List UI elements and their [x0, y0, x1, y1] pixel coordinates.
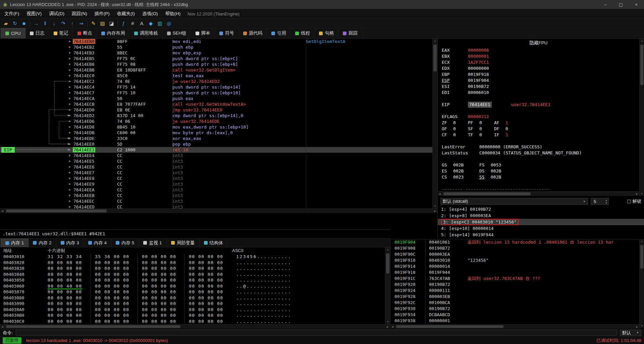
- graph-icon[interactable]: ◆: [146, 19, 155, 28]
- scroll-track[interactable]: [433, 43, 437, 204]
- arg-count-stepper[interactable]: 5 ▲▼: [591, 198, 609, 205]
- menu-item[interactable]: 帮助(H): [162, 9, 184, 18]
- register-row[interactable]: CS0023SS002B: [438, 174, 639, 180]
- font-icon[interactable]: A: [137, 19, 146, 28]
- dump-row[interactable]: 004030C000 00 00 0000 00 00 0000 00 00 0…: [0, 318, 385, 325]
- dump-row[interactable]: 0040306000 00 40 0000 00 00 0000 00 00 0…: [0, 283, 385, 289]
- tab-调用堆栈[interactable]: 调用堆栈: [130, 28, 163, 38]
- step-out-icon[interactable]: ↑: [68, 19, 77, 28]
- scroll-right-icon[interactable]: ▶: [635, 192, 639, 196]
- scroll-down-icon[interactable]: ▼: [434, 204, 436, 208]
- dump-row[interactable]: 0040307000 00 00 0000 00 00 0000 00 00 0…: [0, 289, 385, 295]
- run-icon[interactable]: →: [32, 19, 41, 28]
- step-over-icon[interactable]: ↷: [59, 19, 68, 28]
- register-row[interactable]: EBP0019F918: [438, 71, 639, 78]
- scroll-down-icon[interactable]: ▼: [641, 191, 643, 196]
- tab-内存 5[interactable]: 内存 5: [111, 239, 139, 247]
- register-row[interactable]: EIP76414EE1user32.76414EE1: [438, 102, 639, 108]
- dump-horizontal-scrollbar[interactable]: ◀ ▶: [0, 324, 390, 329]
- scroll-track[interactable]: [395, 325, 635, 329]
- tab-CPU[interactable]: CPU: [1, 28, 25, 38]
- tab-线程[interactable]: 线程: [291, 28, 315, 38]
- dump-row[interactable]: 0040309000 00 00 0000 00 00 0000 00 00 0…: [0, 301, 385, 307]
- disasm-vertical-scrollbar[interactable]: ▲ ▼: [432, 39, 437, 208]
- dump-row[interactable]: 0040301031 32 33 3435 36 00 0000 00 00 0…: [0, 254, 385, 260]
- register-row[interactable]: LastStatusC0000034 (STATUS_OBJECT_NAME_N…: [438, 150, 639, 156]
- stop-icon[interactable]: ■: [19, 19, 29, 28]
- command-input[interactable]: [16, 330, 617, 336]
- menu-item[interactable]: 跟踪(N): [68, 9, 91, 18]
- scroll-left-icon[interactable]: ◀: [390, 325, 395, 329]
- calling-convention-select[interactable]: 默认 (stdcall) ▼: [440, 198, 588, 205]
- tab-结构体[interactable]: 结构体: [200, 239, 228, 247]
- menu-item[interactable]: 调试(D): [45, 9, 68, 18]
- scroll-up-icon[interactable]: ▲: [434, 39, 436, 43]
- tab-日志[interactable]: 日志: [25, 28, 49, 38]
- tab-脚本[interactable]: 脚本: [191, 28, 215, 38]
- restart-icon[interactable]: ↻: [10, 19, 19, 28]
- stack-row[interactable]: 0019F91C763C47AB返回到 user32.763C47AB 自 ??…: [390, 276, 639, 282]
- hide-fpu-button[interactable]: 隐藏FPU: [438, 39, 639, 47]
- tab-句柄[interactable]: 句柄: [315, 28, 338, 38]
- dump-vertical-scrollbar[interactable]: ▲ ▼: [385, 247, 390, 324]
- stack-horizontal-scrollbar[interactable]: ◀ ▶: [390, 324, 639, 329]
- dump-row[interactable]: 0040304000 00 00 0000 00 00 0000 00 00 0…: [0, 272, 385, 278]
- scroll-up-icon[interactable]: ▲: [641, 239, 643, 244]
- fx-icon[interactable]: ƒ: [119, 19, 128, 28]
- command-type-select[interactable]: 默认 ▼: [620, 330, 641, 336]
- stepper-arrows-icon[interactable]: ▲▼: [605, 199, 607, 204]
- register-row[interactable]: GS002BFS0053: [438, 162, 639, 168]
- tab-内存布局[interactable]: 内存布局: [97, 28, 130, 38]
- stack-row[interactable]: 0019F92400000111: [390, 288, 639, 294]
- arg-row[interactable]: 2: [esp+8] 000003EA: [438, 212, 644, 219]
- pencil-icon[interactable]: ✎: [89, 19, 98, 28]
- register-row[interactable]: CF0TF0IF1: [438, 132, 639, 138]
- menu-item[interactable]: 文件(F): [1, 9, 23, 18]
- register-row[interactable]: [438, 180, 639, 186]
- menu-item[interactable]: 收藏夹(I): [113, 9, 139, 18]
- arg-row[interactable]: 5: [esp+14] 0019F944: [438, 232, 644, 238]
- arg-row[interactable]: 3: [esp+C] 00403010 "123456": [438, 219, 644, 225]
- scroll-track[interactable]: [640, 244, 644, 324]
- tab-笔记[interactable]: 笔记: [49, 28, 73, 38]
- register-row[interactable]: [438, 156, 639, 162]
- register-row[interactable]: EDI80006010: [438, 90, 639, 96]
- scroll-track[interactable]: [640, 43, 644, 191]
- eraser-icon[interactable]: ◪: [107, 19, 116, 28]
- scroll-track[interactable]: [5, 325, 385, 329]
- scroll-track[interactable]: [385, 252, 390, 320]
- stack-row[interactable]: 0019F91000403010"123456": [390, 257, 639, 263]
- scroll-track[interactable]: [442, 192, 635, 196]
- scroll-thumb[interactable]: [386, 253, 389, 274]
- stack-vertical-scrollbar[interactable]: ▲ ▼: [639, 239, 644, 328]
- arg-row[interactable]: 1: [esp+4] 00190B72: [438, 206, 644, 212]
- maximize-button[interactable]: ▢: [613, 0, 629, 9]
- tab-源代码[interactable]: 源代码: [239, 28, 267, 38]
- dump-row[interactable]: 004030B000 00 00 0000 00 00 0000 00 00 0…: [0, 312, 385, 318]
- stack-row[interactable]: 0019F91400000014: [390, 263, 639, 269]
- register-row[interactable]: -------- -------------------------------…: [438, 186, 639, 191]
- stack-row[interactable]: 0019F92C00100BCA: [390, 300, 639, 306]
- menu-item[interactable]: 选项(O): [139, 9, 162, 18]
- register-row[interactable]: ES002BDS002B: [438, 168, 639, 174]
- stack-row[interactable]: 0019F928000003EB: [390, 294, 639, 300]
- register-row[interactable]: ECX1A2F7CC1: [438, 59, 639, 65]
- tab-SEH链[interactable]: SEH链: [163, 28, 191, 38]
- register-row[interactable]: [438, 108, 639, 114]
- tab-跟踪[interactable]: 跟踪: [338, 28, 362, 38]
- dump-row[interactable]: 004030A000 00 00 0000 00 00 0000 00 00 0…: [0, 307, 385, 313]
- notes-icon[interactable]: ▤: [98, 19, 107, 28]
- stack-row[interactable]: 0019F90400401061返回到 leccion 13 hardcoded…: [390, 239, 639, 245]
- scroll-left-icon[interactable]: ◀: [437, 192, 442, 196]
- dump-row[interactable]: 0040308000 00 00 0000 00 00 0000 00 00 0…: [0, 295, 385, 301]
- registers-panel[interactable]: 隐藏FPU EAX00000006EBX00000001ECX1A2F7CC1E…: [437, 39, 639, 191]
- stack-row[interactable]: 0019F93800000001: [390, 318, 639, 324]
- menu-item[interactable]: 视图(V): [23, 9, 45, 18]
- stack-row[interactable]: 0019F93000190B72: [390, 306, 639, 312]
- pause-icon[interactable]: ‖: [41, 19, 50, 28]
- registers-vertical-scrollbar[interactable]: ▲ ▼: [639, 39, 644, 196]
- arg-row[interactable]: 4: [esp+10] 00000014: [438, 225, 644, 232]
- scroll-thumb[interactable]: [396, 325, 503, 328]
- step-into-icon[interactable]: ↓: [50, 19, 59, 28]
- dump-row[interactable]: 0040305000 00 00 0000 00 00 0000 00 00 0…: [0, 277, 385, 283]
